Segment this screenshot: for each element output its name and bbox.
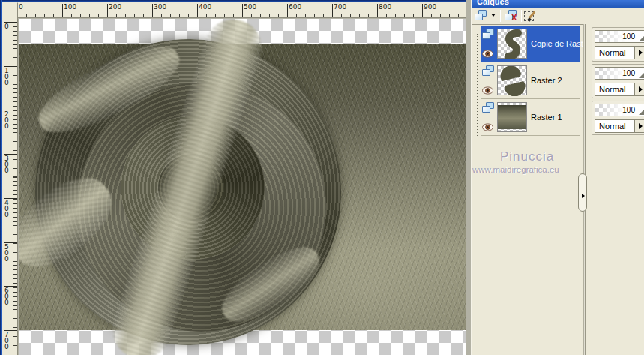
layer-thumbnail[interactable] (497, 65, 527, 95)
v-ruler-label: 6 0 0 (4, 287, 9, 305)
h-ruler-tick (422, 4, 423, 17)
layer-list: Copie de Raste Raster 2 (472, 24, 584, 355)
h-ruler-tick (62, 4, 63, 17)
panel-splitter-handle[interactable] (578, 173, 587, 212)
v-ruler: 01 0 02 0 03 0 04 0 05 0 06 0 07 0 0 (2, 2, 18, 355)
layer-row-raster-1[interactable]: Raster 1 (481, 99, 580, 136)
h-ruler-label: 500 (244, 3, 256, 11)
delete-layer-button[interactable]: X (505, 10, 521, 23)
h-ruler-tick (152, 4, 153, 17)
h-ruler-tick (377, 4, 378, 17)
layer-controls-group: 100 Normal (592, 64, 644, 98)
new-layer-icon (475, 10, 487, 21)
blend-mode-combo[interactable]: Normal (595, 46, 644, 59)
blend-mode-value: Normal (599, 122, 625, 131)
h-ruler-minor-ticks (17, 14, 461, 17)
layer-row-raster-2[interactable]: Raster 2 (481, 62, 580, 99)
blend-combo-button[interactable] (634, 120, 644, 132)
palette-toolbar: X (472, 8, 644, 24)
layer-name[interactable]: Raster 1 (531, 113, 562, 122)
h-ruler-label: 0 (19, 3, 23, 11)
new-layer-dropdown-arrow-icon[interactable] (491, 14, 496, 17)
opacity-slider[interactable]: 100 (595, 67, 644, 80)
visibility-eye-icon[interactable] (482, 86, 493, 95)
layer-thumbnail[interactable] (497, 29, 527, 59)
blend-combo-button[interactable] (634, 47, 644, 59)
combo-arrow-icon (639, 86, 643, 92)
new-layer-button[interactable] (475, 10, 497, 23)
h-ruler-label: 300 (154, 3, 166, 11)
h-ruler-label: 800 (379, 3, 391, 11)
visibility-eye-icon[interactable] (482, 50, 493, 58)
h-ruler: 0100200300400500600700800900 (2, 2, 466, 18)
v-ruler-minor-ticks (13, 22, 17, 352)
combo-arrow-icon (639, 50, 643, 56)
blend-mode-combo[interactable]: Normal (595, 119, 644, 133)
edit-selection-button[interactable] (524, 10, 541, 23)
palette-titlebar[interactable]: Calques (472, 0, 644, 8)
opacity-value: 100 (622, 32, 635, 41)
v-ruler-label: 0 (4, 23, 9, 29)
h-ruler-tick (242, 4, 243, 17)
opacity-slider-handle-icon[interactable] (639, 72, 644, 78)
blend-mode-value: Normal (599, 48, 625, 57)
layer-type-icon (482, 102, 495, 113)
h-ruler-tick (287, 4, 288, 17)
palette-title: Calques (477, 0, 509, 6)
delete-x-icon: X (511, 13, 517, 22)
h-ruler-label: 700 (334, 3, 346, 11)
h-ruler-tick (197, 4, 198, 17)
splitter-arrow-icon (582, 194, 585, 198)
h-ruler-label: 900 (424, 3, 436, 11)
layer-name[interactable]: Raster 2 (531, 76, 562, 85)
h-ruler-label: 600 (289, 3, 301, 11)
workspace-gap (466, 0, 471, 355)
layer-controls-group: 100 Normal (592, 27, 644, 62)
blend-combo-button[interactable] (634, 83, 644, 95)
layer-type-icon (482, 65, 495, 77)
watermark-url: www.maidiregrafica.eu (472, 165, 559, 174)
image-canvas[interactable] (19, 19, 466, 355)
opacity-slider-handle-icon[interactable] (639, 35, 644, 41)
opacity-slider-handle-icon[interactable] (639, 109, 644, 115)
opacity-slider[interactable]: 100 (595, 104, 644, 116)
h-ruler-tick (332, 4, 333, 17)
layer-link-gutter (477, 34, 478, 136)
opacity-value: 100 (622, 69, 635, 77)
h-ruler-label: 400 (199, 3, 211, 11)
layers-palette: Calques X (471, 0, 644, 355)
blend-opacity-panel: 100 Normal 100 Normal 100 (585, 24, 644, 355)
v-ruler-label: 3 0 0 (4, 155, 9, 173)
opacity-value: 100 (622, 106, 635, 114)
toolbar-separator (521, 10, 522, 22)
v-ruler-label: 5 0 0 (4, 244, 9, 262)
combo-arrow-icon (639, 123, 643, 129)
layer-controls-group: 100 Normal (592, 101, 644, 135)
v-ruler-label: 4 0 0 (4, 200, 9, 218)
h-ruler-tick (107, 4, 108, 17)
toolbar-separator (500, 10, 501, 22)
h-ruler-label: 100 (64, 3, 76, 11)
v-ruler-label: 2 0 0 (4, 111, 9, 129)
visibility-eye-icon[interactable] (482, 123, 493, 131)
watermark-name: Pinuccia (500, 149, 554, 164)
blend-mode-value: Normal (599, 85, 625, 94)
layer-name[interactable]: Copie de Raste (531, 39, 588, 48)
blend-mode-combo[interactable]: Normal (595, 83, 644, 96)
h-ruler-label: 200 (109, 3, 121, 11)
layer-row-copie-de-raster[interactable]: Copie de Raste (481, 26, 580, 62)
layer-thumbnail[interactable] (497, 102, 527, 132)
v-ruler-label: 1 0 0 (4, 68, 9, 86)
v-ruler-label: 7 0 0 (4, 332, 9, 350)
layer-type-icon (482, 29, 495, 40)
layer-thumbnail-gradient (498, 105, 526, 129)
opacity-slider[interactable]: 100 (595, 30, 644, 43)
artwork-image (19, 44, 466, 330)
